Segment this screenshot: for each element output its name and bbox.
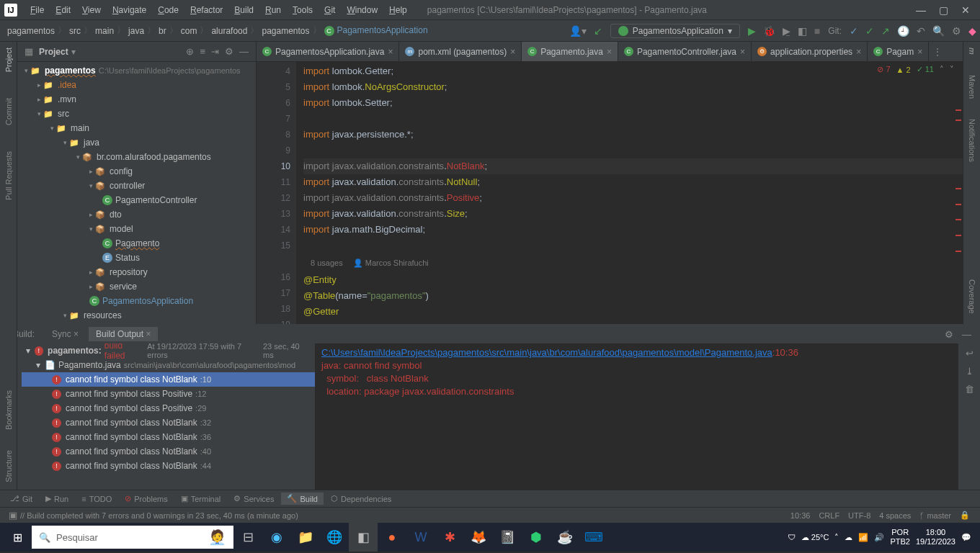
line-number[interactable]: 6: [258, 95, 290, 111]
menu-window[interactable]: Window: [341, 5, 383, 15]
settings-icon[interactable]: ⚙: [948, 25, 965, 37]
taskbar-search[interactable]: 🔍 Pesquisar 🧑‍💼: [32, 526, 233, 549]
build-tab-sync[interactable]: Sync ×: [45, 327, 86, 341]
add-config-icon[interactable]: 👤▾: [566, 25, 590, 37]
tray-volume-icon[interactable]: 🔊: [874, 533, 884, 542]
code-line[interactable]: import java.math.BigDecimal;: [303, 222, 963, 238]
status-menu-icon[interactable]: ▣: [6, 510, 20, 521]
status-eol[interactable]: CRLF: [814, 511, 844, 520]
line-number[interactable]: 19: [258, 317, 290, 324]
build-tree[interactable]: ▾!pagamentos: build failedAt 19/12/2023 …: [22, 343, 316, 490]
tree-pagctrl[interactable]: CPagamentoController: [17, 193, 256, 207]
toolwin-run[interactable]: ▶Run: [40, 493, 74, 505]
code-line[interactable]: @Entity: [303, 272, 963, 288]
breadcrumb-app[interactable]: CPagamentosApplication: [323, 25, 429, 36]
code-line[interactable]: import javax.validation.constraints.Size…: [303, 206, 963, 222]
toolwin-problems[interactable]: ⊘Problems: [119, 493, 173, 505]
tree-controller[interactable]: ▾📦controller: [17, 179, 256, 193]
tree-pagapp[interactable]: CPagamentosApplication: [17, 294, 256, 308]
tree-java[interactable]: ▾📁java: [17, 135, 256, 150]
panel-settings-icon[interactable]: ⚙: [222, 46, 236, 57]
build-error-item[interactable]: !cannot find symbol class NotBlank:32: [22, 415, 315, 430]
breadcrumb-item[interactable]: src: [68, 26, 82, 36]
debug-button[interactable]: 🐞: [760, 25, 779, 37]
code-content[interactable]: import lombok.Getter;import lombok.NoArg…: [296, 62, 963, 324]
tree-service[interactable]: ▸📦service: [17, 279, 256, 294]
build-error-item[interactable]: !cannot find symbol class NotBlank:10: [22, 372, 315, 387]
scroll-end-icon[interactable]: ⤓: [963, 366, 976, 377]
line-number[interactable]: 18: [258, 301, 290, 317]
git-push-icon[interactable]: ↗: [878, 25, 894, 37]
breadcrumb-item[interactable]: alurafood: [210, 26, 249, 36]
firefox-icon[interactable]: 🦊: [464, 523, 493, 552]
toolwin-services[interactable]: ⚙Services: [228, 493, 280, 505]
build-error-item[interactable]: !cannot find symbol class Positive:12: [22, 387, 315, 401]
tab-close-icon[interactable]: ×: [917, 47, 922, 57]
rail-coverage[interactable]: Coverage: [968, 276, 976, 317]
code-line[interactable]: @Getter: [303, 304, 963, 320]
line-number[interactable]: 7: [258, 111, 290, 127]
editor-tab[interactable]: CPagam×: [868, 42, 929, 62]
task-view-icon[interactable]: ⊟: [233, 523, 262, 552]
maximize-button[interactable]: ▢: [939, 4, 948, 16]
line-number[interactable]: 4: [258, 63, 290, 79]
system-tray[interactable]: 🛡 ☁ 25°C ˄ ☁ 📶 🔊 PORPTB2 18:0019/12/2023…: [782, 528, 977, 547]
build-root[interactable]: ▾!pagamentos: build failedAt 19/12/2023 …: [22, 343, 315, 358]
code-editor[interactable]: 456789101112131415 16171819 import lombo…: [257, 62, 963, 324]
status-encoding[interactable]: UTF-8: [844, 511, 875, 520]
tab-close-icon[interactable]: ×: [740, 47, 745, 57]
build-tab-output[interactable]: Build Output ×: [89, 327, 158, 341]
start-button[interactable]: ⊞: [3, 523, 32, 552]
menu-code[interactable]: Code: [152, 5, 184, 15]
tree-root[interactable]: ▾📁 pagamentos C:\Users\famil\IdeaProject…: [17, 63, 256, 78]
language-indicator[interactable]: PORPTB2: [890, 528, 910, 547]
line-number[interactable]: 11: [258, 174, 290, 190]
tray-onedrive-icon[interactable]: ☁: [845, 533, 852, 542]
close-button[interactable]: ✕: [961, 4, 970, 16]
tree-main[interactable]: ▾📁main: [17, 121, 256, 135]
tree-idea[interactable]: ▸📁.idea: [17, 78, 256, 92]
editor-tab[interactable]: CPagamentoController.java×: [618, 42, 752, 62]
editor-tab[interactable]: ⚙application.properties×: [752, 42, 868, 62]
menu-run[interactable]: Run: [259, 5, 287, 15]
rail-project[interactable]: Project: [4, 45, 13, 75]
locate-icon[interactable]: ⊕: [183, 46, 197, 57]
notepad-icon[interactable]: 📓: [493, 523, 522, 552]
app-icon[interactable]: ✱: [435, 523, 464, 552]
tree-pkg[interactable]: ▾📦br.com.alurafood.pagamentos: [17, 150, 256, 164]
breadcrumb-item[interactable]: java: [127, 26, 146, 36]
code-line[interactable]: @Setter: [303, 320, 963, 324]
tree-src[interactable]: ▾📁src: [17, 107, 256, 121]
stop-button[interactable]: ■: [811, 25, 824, 37]
rail-notifications[interactable]: Notifications: [968, 116, 976, 165]
menu-view[interactable]: View: [76, 5, 107, 15]
project-tree[interactable]: ▾📁 pagamentos C:\Users\famil\IdeaProject…: [17, 62, 256, 324]
menu-refactor[interactable]: Refactor: [184, 5, 228, 15]
rail-commit[interactable]: Commit: [4, 95, 13, 128]
update-icon[interactable]: ↙: [590, 25, 606, 37]
tree-resources[interactable]: ▾📁resources: [17, 308, 256, 323]
inspection-widget[interactable]: ⊘ 7 ▲ 2 ✓ 11 ˄ ˅: [877, 65, 954, 74]
project-view-icon[interactable]: ▦: [22, 46, 36, 57]
build-error-item[interactable]: !cannot find symbol class Positive:29: [22, 401, 315, 415]
editor-tab[interactable]: CPagamento.java×: [522, 42, 618, 62]
tree-model[interactable]: ▾📦model: [17, 222, 256, 236]
tree-status[interactable]: EStatus: [17, 251, 256, 265]
build-hide-icon[interactable]: —: [959, 329, 974, 340]
chrome-icon[interactable]: 🌐: [320, 523, 349, 552]
error-file-link[interactable]: C:\Users\famil\IdeaProjects\pagamentos\s…: [321, 347, 772, 358]
chevron-down-icon[interactable]: ▾: [71, 47, 76, 57]
build-output[interactable]: C:\Users\famil\IdeaProjects\pagamentos\s…: [316, 343, 958, 490]
line-number[interactable]: 12: [258, 190, 290, 206]
toolwin-git[interactable]: ⎇Git: [4, 493, 38, 505]
line-number[interactable]: 5: [258, 79, 290, 95]
jetbrains-icon[interactable]: ◆: [965, 25, 980, 37]
tab-close-icon[interactable]: ×: [607, 47, 612, 57]
git-history-icon[interactable]: 🕘: [894, 25, 913, 37]
breadcrumb-item[interactable]: main: [94, 26, 115, 36]
tree-dto[interactable]: ▸📦dto: [17, 207, 256, 222]
rail-pull-requests[interactable]: Pull Requests: [4, 148, 13, 203]
tree-mvn[interactable]: ▸📁.mvn: [17, 92, 256, 107]
menu-help[interactable]: Help: [383, 5, 413, 15]
tray-chevron-icon[interactable]: ˄: [834, 533, 839, 542]
